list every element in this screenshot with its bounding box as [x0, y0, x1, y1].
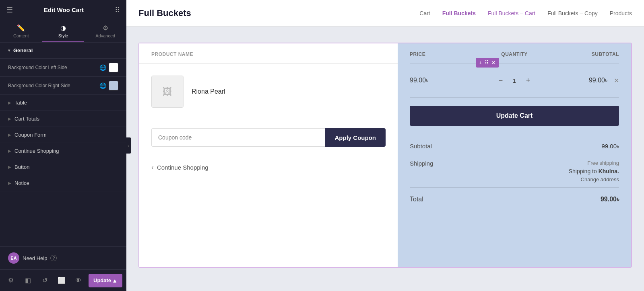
section-continue-shopping[interactable]: ▶ Continue Shopping [0, 143, 126, 159]
general-label: General [13, 47, 33, 53]
continue-shopping[interactable]: ‹ Continue Shopping [139, 155, 398, 180]
col-quantity-header: QUANTITY [479, 51, 549, 57]
settings-icon[interactable]: ⚙ [4, 274, 18, 287]
color-swatch-right[interactable] [109, 81, 118, 90]
panel-tabs: ✏️ Content ◑ Style ⚙ Advanced [0, 20, 126, 43]
section-cart-totals[interactable]: ▶ Cart Totals [0, 111, 126, 127]
cart-totals-label: Cart Totals [14, 116, 39, 122]
panel-bottom: ⚙ ◧ ↺ ⬜ 👁 Update ▲ [0, 269, 126, 291]
qty-increase-button[interactable]: + [523, 76, 533, 85]
total-label: Total [410, 196, 423, 203]
section-general[interactable]: ▾ General [0, 43, 126, 59]
update-btn-label: Update [93, 277, 111, 283]
tab-style-label: Style [58, 33, 68, 38]
avatar: EA [8, 252, 19, 264]
toolbar-drag-icon[interactable]: ⠿ [485, 59, 489, 66]
cart-table-header: PRODUCT NAME [139, 43, 398, 64]
product-right-row: 99.00৳ − 1 + 99.00৳ ✕ [410, 64, 619, 98]
update-chevron-icon: ▲ [112, 277, 118, 284]
panel-title: Edit Woo Cart [44, 6, 84, 13]
main-content: Full Buckets Cart Full Buckets Full Buck… [126, 0, 644, 291]
widget-toolbar: + ⠿ ✕ [476, 58, 499, 68]
continue-arrow: ▶ [8, 149, 11, 153]
continue-shopping-text: Continue Shopping [157, 164, 208, 171]
layers-icon[interactable]: ◧ [21, 274, 35, 287]
nav-link-cart[interactable]: Cart [419, 8, 430, 18]
total-value: 99.00৳ [601, 196, 619, 203]
subtotal-row: Subtotal 99.00৳ [410, 138, 619, 155]
color-swatch-left[interactable] [109, 63, 118, 72]
collapse-handle[interactable]: ‹ [126, 137, 131, 154]
toolbar-close-icon[interactable]: ✕ [491, 59, 496, 66]
update-button[interactable]: Update ▲ [89, 274, 122, 287]
nav-links: Cart Full Buckets Full Buckets – Cart Fu… [419, 8, 632, 18]
preview-icon[interactable]: 👁 [72, 274, 85, 287]
quantity-col: − 1 + [479, 76, 549, 85]
notice-arrow: ▶ [8, 181, 11, 185]
subtotal-total-value: 99.00৳ [601, 143, 619, 150]
coupon-arrow: ▶ [8, 133, 11, 137]
cart-right: PRICE QUANTITY SUBTOTAL 99.00৳ − 1 + [398, 43, 631, 267]
apply-coupon-button[interactable]: Apply Coupon [325, 128, 386, 147]
product-name: Riona Pearl [192, 88, 225, 95]
price-value: 99.00৳ [410, 77, 428, 84]
left-panel: ☰ Edit Woo Cart ⠿ ✏️ Content ◑ Style ⚙ A… [0, 0, 126, 291]
product-price: 99.00৳ [410, 77, 479, 84]
shipping-to-text: Shipping to Khulna. [569, 168, 619, 174]
notice-label: Notice [14, 180, 29, 186]
change-address-link[interactable]: Change address [569, 176, 619, 182]
tab-content[interactable]: ✏️ Content [0, 20, 42, 42]
tab-content-label: Content [13, 33, 29, 38]
button-label: Button [14, 164, 30, 170]
globe-icon-right[interactable]: 🌐 [99, 82, 106, 89]
button-arrow: ▶ [8, 165, 11, 169]
bg-right-label: Background Color Right Side [8, 83, 70, 88]
tab-advanced[interactable]: ⚙ Advanced [84, 20, 126, 42]
subtotal-label: Subtotal [410, 143, 432, 150]
bg-left-control: 🌐 [99, 63, 118, 72]
section-notice[interactable]: ▶ Notice [0, 175, 126, 191]
style-tab-icon: ◑ [60, 24, 66, 32]
subtotal-col: 99.00৳ ✕ [549, 77, 619, 84]
update-cart-button[interactable]: Update Cart [410, 106, 619, 126]
col-product-name: PRODUCT NAME [151, 51, 386, 57]
coupon-form: Apply Coupon [139, 120, 398, 155]
history-icon[interactable]: ↺ [38, 274, 52, 287]
grid-icon[interactable]: ⠿ [115, 6, 120, 14]
section-button[interactable]: ▶ Button [0, 159, 126, 175]
coupon-input[interactable] [151, 128, 325, 147]
product-image: 🖼 [151, 76, 184, 108]
tab-style[interactable]: ◑ Style [42, 20, 85, 42]
hamburger-icon[interactable]: ☰ [6, 6, 13, 14]
nav-link-full-buckets-cart[interactable]: Full Buckets – Cart [488, 8, 535, 18]
section-table[interactable]: ▶ Table [0, 95, 126, 111]
bg-left-row: Background Color Left Side 🌐 [0, 59, 126, 77]
need-help[interactable]: EA Need Help ? [0, 246, 126, 269]
subtotal-value: 99.00৳ [589, 77, 607, 84]
need-help-text: Need Help [23, 255, 47, 261]
page-title: Full Buckets [138, 8, 191, 18]
canvas-area: + ⠿ ✕ PRODUCT NAME 🖼 Riona Pearl [126, 27, 644, 291]
remove-product-button[interactable]: ✕ [614, 77, 619, 84]
section-coupon-form[interactable]: ▶ Coupon Form [0, 127, 126, 143]
col-price-header: PRICE [410, 51, 479, 57]
continue-shopping-label: Continue Shopping [14, 148, 59, 154]
nav-link-products[interactable]: Products [610, 8, 632, 18]
nav-link-full-buckets[interactable]: Full Buckets [442, 8, 476, 18]
table-label: Table [14, 100, 27, 106]
template-icon[interactable]: ⬜ [55, 274, 68, 287]
back-arrow-icon: ‹ [151, 163, 154, 172]
cart-widget: PRODUCT NAME 🖼 Riona Pearl Apply Coupon … [138, 43, 632, 268]
cart-totals-arrow: ▶ [8, 117, 11, 121]
panel-body: ▾ General Background Color Left Side 🌐 B… [0, 43, 126, 246]
totals-section: Subtotal 99.00৳ Shipping Free shipping S… [410, 134, 619, 215]
general-arrow: ▾ [8, 48, 10, 53]
advanced-tab-icon: ⚙ [103, 24, 108, 32]
bg-right-control: 🌐 [99, 81, 118, 90]
globe-icon-left[interactable]: 🌐 [99, 64, 106, 71]
shipping-row: Shipping Free shipping Shipping to Khuln… [410, 155, 619, 188]
qty-decrease-button[interactable]: − [496, 76, 506, 85]
nav-link-full-buckets-copy[interactable]: Full Buckets – Copy [547, 8, 598, 18]
toolbar-add-icon[interactable]: + [479, 59, 482, 66]
shipping-info: Free shipping Shipping to Khulna. Change… [569, 160, 619, 182]
